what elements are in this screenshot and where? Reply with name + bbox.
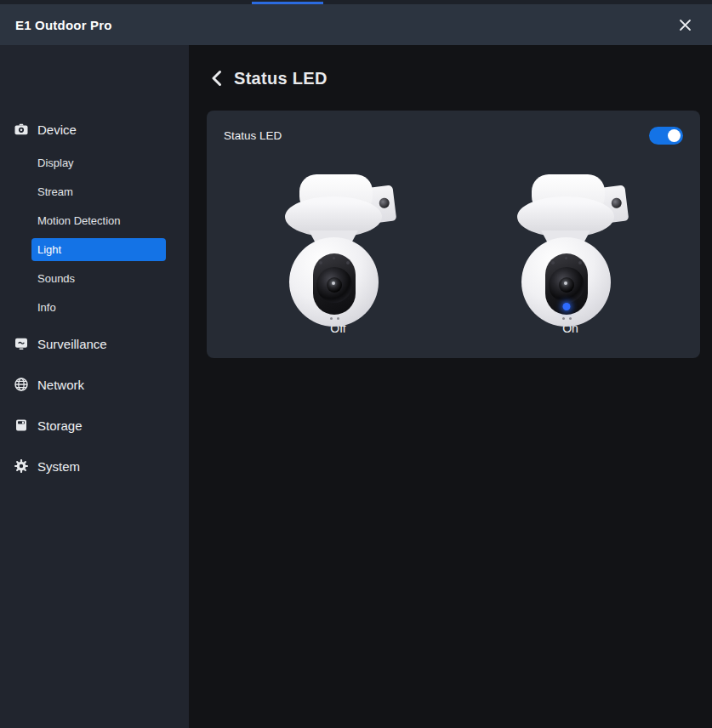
sdcard-icon: [14, 418, 29, 433]
sidebar-item-motion-detection[interactable]: Motion Detection: [31, 209, 166, 232]
page-header: Status LED: [208, 68, 328, 88]
sidebar-item-sounds[interactable]: Sounds: [31, 267, 166, 290]
gear-icon: [14, 458, 29, 474]
page-title: Status LED: [234, 69, 328, 88]
camera-mount-screw: [379, 197, 390, 208]
sidebar-item-label: Storage: [37, 418, 83, 433]
sidebar-subitem-label: Sounds: [37, 272, 75, 285]
close-icon: [678, 18, 692, 32]
toggle-knob: [668, 129, 681, 142]
camera-face-panel: [545, 253, 588, 315]
sidebar-item-stream[interactable]: Stream: [31, 180, 166, 203]
sidebar-item-storage[interactable]: Storage: [14, 414, 83, 436]
camera-face-panel: [313, 253, 356, 315]
lens-glint: [564, 282, 567, 285]
sidebar: Device Display Stream Motion Detection L…: [0, 45, 189, 728]
sidebar-item-info[interactable]: Info: [31, 296, 166, 319]
sidebar-item-label: Device: [37, 122, 77, 137]
sidebar-subitem-label: Display: [37, 156, 74, 169]
camera-lens: [549, 267, 584, 303]
chevron-left-icon: [210, 70, 222, 87]
sidebar-item-device[interactable]: Device: [14, 118, 77, 140]
light-sensor-dot: [565, 257, 567, 259]
mic-hole: [337, 317, 339, 320]
camera-illustration-on: [513, 174, 628, 314]
ir-led-dot: [319, 261, 322, 264]
sidebar-item-label: Network: [37, 378, 84, 392]
status-led-label: Status LED: [224, 129, 282, 142]
camera-preview-off: Off: [281, 174, 396, 335]
close-button[interactable]: [673, 13, 697, 37]
light-sensor-dot: [333, 257, 335, 259]
ir-led-dot: [551, 261, 555, 264]
window-title: E1 Outdoor Pro: [15, 18, 112, 32]
camera-lens-iris: [327, 277, 342, 293]
status-led-card: Status LED: [207, 111, 700, 358]
sidebar-subitem-label: Motion Detection: [37, 214, 121, 227]
camera-icon: [14, 122, 29, 137]
monitor-icon: [14, 336, 29, 351]
status-led-indicator: [563, 303, 571, 310]
camera-lens-iris: [559, 277, 574, 293]
ir-led-dot: [346, 261, 350, 264]
sidebar-item-display[interactable]: Display: [31, 151, 166, 174]
camera-preview-on: On: [513, 174, 628, 335]
lens-glint: [332, 282, 335, 285]
mic-hole: [562, 317, 565, 320]
camera-illustration-off: [281, 174, 396, 314]
main-content: Status LED Status LED: [189, 45, 712, 728]
camera-lens: [316, 267, 352, 303]
mic-hole: [330, 317, 333, 320]
sidebar-item-label: System: [37, 459, 80, 474]
sidebar-subitem-label: Light: [37, 243, 61, 256]
app-window: E1 Outdoor Pro Device Display: [0, 0, 712, 728]
mic-hole: [569, 317, 572, 320]
status-led-toggle[interactable]: [649, 127, 683, 145]
camera-mount-screw: [611, 197, 622, 208]
sidebar-item-surveillance[interactable]: Surveillance: [14, 333, 107, 355]
globe-icon: [14, 377, 29, 392]
back-button[interactable]: [208, 68, 224, 88]
sidebar-subitem-label: Info: [37, 301, 56, 314]
sidebar-subitem-label: Stream: [37, 185, 73, 198]
titlebar: E1 Outdoor Pro: [0, 4, 712, 45]
ir-led-dot: [578, 261, 582, 264]
sidebar-item-light[interactable]: Light: [31, 238, 166, 261]
sidebar-item-network[interactable]: Network: [14, 373, 84, 395]
sidebar-item-system[interactable]: System: [14, 455, 80, 477]
sidebar-item-label: Surveillance: [37, 337, 107, 351]
